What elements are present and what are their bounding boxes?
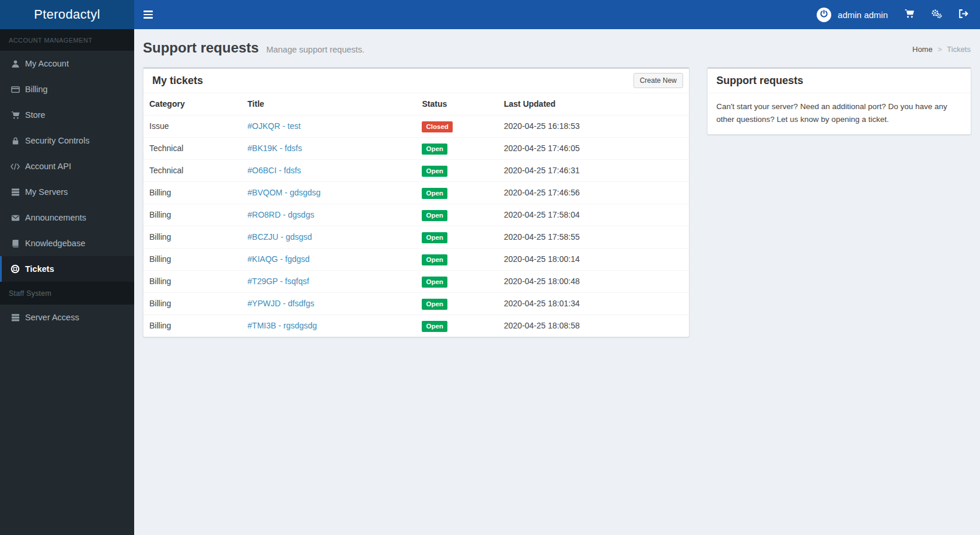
credit-card-icon [10, 85, 20, 94]
main-area: admin admin [134, 0, 980, 535]
breadcrumb-current: Tickets [947, 45, 971, 54]
status-badge: Closed [422, 121, 452, 132]
cart-icon [904, 9, 915, 21]
create-new-button[interactable]: Create New [634, 73, 683, 88]
my-tickets-panel: My tickets Create New Category Title Sta… [143, 67, 690, 337]
sidebar-section-staff-system: Staff System [0, 282, 134, 305]
ticket-category: Billing [144, 182, 242, 204]
power-icon [820, 9, 828, 20]
ticket-category: Issue [144, 116, 242, 138]
ticket-category: Billing [144, 271, 242, 293]
ticket-category: Billing [144, 226, 242, 249]
logout-button[interactable] [950, 0, 977, 29]
hamburger-menu-button[interactable] [134, 0, 162, 29]
navbar-right: admin admin [808, 0, 980, 29]
page-title: Support requests [143, 40, 259, 55]
brand-logo[interactable]: Pterodactyl [0, 0, 134, 29]
ticket-title-link[interactable]: #BK19K - fdsfs [247, 144, 302, 153]
ticket-row: Technical #O6BCI - fdsfs Open 2020-04-25… [144, 160, 689, 182]
ticket-updated: 2020-04-25 17:58:04 [498, 204, 689, 226]
sidebar-item-my-servers[interactable]: My Servers [0, 179, 134, 205]
ticket-category: Billing [144, 249, 242, 271]
ticket-category: Billing [144, 204, 242, 226]
ticket-updated: 2020-04-25 17:46:05 [498, 138, 689, 160]
ticket-updated: 2020-04-25 17:46:31 [498, 160, 689, 182]
envelope-icon [10, 214, 20, 222]
ticket-category: Technical [144, 138, 242, 160]
ticket-title-link[interactable]: #BVQOM - gdsgdsg [247, 188, 320, 197]
ticket-row: Technical #BK19K - fdsfs Open 2020-04-25… [144, 138, 689, 160]
sidebar-item-label: Account API [25, 162, 71, 171]
user-avatar [817, 8, 831, 22]
status-badge: Open [422, 210, 447, 221]
ticket-row: Billing #T29GP - fsqfqsf Open 2020-04-25… [144, 271, 689, 293]
status-badge: Open [422, 232, 447, 243]
panel-title: Support requests [716, 75, 962, 86]
server-icon [10, 313, 20, 322]
support-info-panel-header: Support requests [708, 69, 971, 93]
sidebar-item-my-account[interactable]: My Account [0, 51, 134, 76]
sidebar-item-label: Server Access [25, 313, 79, 322]
ticket-updated: 2020-04-25 18:00:48 [498, 271, 689, 293]
ticket-title-link[interactable]: #O6BCI - fdsfs [247, 166, 301, 175]
sidebar-item-security-controls[interactable]: Security Controls [0, 128, 134, 153]
support-info-text: Can't start your server? Need an additio… [708, 93, 971, 134]
panel-title: My tickets [152, 75, 680, 86]
page-header: Support requests Manage support requests… [134, 29, 980, 60]
my-tickets-panel-header: My tickets Create New [144, 69, 689, 93]
cart-icon [10, 111, 20, 120]
ticket-updated: 2020-04-25 18:08:58 [498, 315, 689, 337]
sidebar-item-label: Store [25, 110, 46, 120]
sidebar-item-label: Security Controls [25, 136, 89, 145]
sidebar-item-account-api[interactable]: Account API [0, 153, 134, 179]
content-row: My tickets Create New Category Title Sta… [134, 67, 980, 337]
ticket-title-link[interactable]: #RO8RD - dgsdgs [247, 210, 314, 219]
ticket-title-link[interactable]: #YPWJD - dfsdfgs [247, 299, 314, 308]
store-cart-button[interactable] [896, 0, 923, 29]
sidebar-item-label: My Servers [25, 187, 68, 197]
lock-icon [10, 137, 20, 145]
sidebar-item-store[interactable]: Store [0, 102, 134, 128]
ticket-updated: 2020-04-25 18:01:34 [498, 293, 689, 315]
sidebar-item-tickets[interactable]: Tickets [0, 256, 134, 282]
ticket-row: Billing #BCZJU - gdsgsd Open 2020-04-25 … [144, 226, 689, 249]
ticket-category: Billing [144, 315, 242, 337]
app-root: Pterodactyl ACCOUNT MANAGEMENT My Accoun… [0, 0, 980, 535]
user-icon [10, 60, 20, 68]
sidebar-item-label: Tickets [25, 264, 54, 274]
ticket-title-link[interactable]: #BCZJU - gdsgsd [247, 232, 312, 242]
status-badge: Open [422, 277, 447, 288]
ticket-row: Issue #OJKQR - test Closed 2020-04-25 16… [144, 116, 689, 138]
admin-settings-button[interactable] [923, 0, 950, 29]
user-menu[interactable]: admin admin [808, 0, 896, 29]
tickets-table: Category Title Status Last Updated Issue… [144, 93, 689, 337]
sidebar-item-billing[interactable]: Billing [0, 76, 134, 102]
server-icon [10, 188, 20, 197]
code-icon [10, 163, 20, 170]
ticket-row: Billing #BVQOM - gdsgdsg Open 2020-04-25… [144, 182, 689, 204]
column-header-category: Category [144, 93, 242, 116]
cogs-icon [931, 9, 942, 21]
ticket-row: Billing #RO8RD - dgsdgs Open 2020-04-25 … [144, 204, 689, 226]
book-icon [10, 239, 20, 248]
ticket-title-link[interactable]: #KIAQG - fgdgsd [247, 254, 310, 264]
sign-out-icon [958, 9, 968, 21]
breadcrumb: Home > Tickets [912, 45, 971, 54]
status-badge: Open [422, 188, 447, 199]
column-header-title: Title [242, 93, 416, 116]
ticket-title-link[interactable]: #T29GP - fsqfqsf [247, 277, 309, 286]
status-badge: Open [422, 166, 447, 177]
ticket-updated: 2020-04-25 17:46:56 [498, 182, 689, 204]
sidebar-item-announcements[interactable]: Announcements [0, 205, 134, 230]
status-badge: Open [422, 321, 447, 332]
sidebar-item-server-access[interactable]: Server Access [0, 305, 134, 330]
ticket-title-link[interactable]: #TMI3B - rgsdgsdg [247, 321, 317, 330]
page-subtitle: Manage support requests. [266, 45, 364, 54]
sidebar-item-label: Knowledgebase [25, 239, 85, 248]
ticket-row: Billing #TMI3B - rgsdgsdg Open 2020-04-2… [144, 315, 689, 337]
sidebar: Pterodactyl ACCOUNT MANAGEMENT My Accoun… [0, 0, 134, 535]
sidebar-item-knowledgebase[interactable]: Knowledgebase [0, 230, 134, 256]
ticket-title-link[interactable]: #OJKQR - test [247, 121, 300, 131]
life-ring-icon [10, 264, 20, 274]
breadcrumb-home-link[interactable]: Home [912, 45, 933, 54]
